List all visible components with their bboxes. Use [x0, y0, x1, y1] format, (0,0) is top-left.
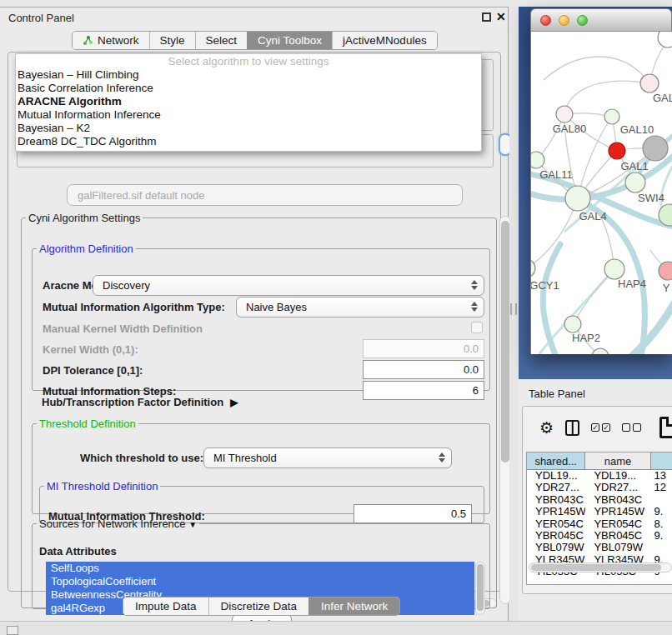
node-gal10[interactable]	[643, 136, 668, 161]
tab-infer-network[interactable]: Infer Network	[308, 598, 399, 615]
thick-edges	[531, 132, 672, 354]
close-icon[interactable]: ✕	[496, 10, 506, 23]
column-header[interactable]	[651, 452, 672, 469]
scrollbar-thumb[interactable]	[477, 564, 484, 611]
table-row[interactable]: YDR27...YDR27...12	[527, 482, 672, 493]
node-hap4[interactable]	[604, 259, 624, 279]
attributes-vertical-scrollbar[interactable]	[475, 562, 485, 615]
dropdown-item[interactable]: Bayesian – Hill Climbing	[16, 68, 481, 82]
dropdown-item[interactable]: Dream8 DC_TDC Algorithm	[16, 135, 481, 148]
node-bottom-partial[interactable]	[592, 348, 609, 354]
column-header[interactable]: shared...	[527, 452, 585, 469]
close-traffic-light-icon[interactable]	[540, 15, 551, 26]
node-pink-top[interactable]	[640, 74, 659, 92]
mi-type-combo[interactable]: Naive Bayes	[236, 297, 484, 318]
top-frame-strip	[509, 0, 672, 7]
group-title: Threshold Definition	[37, 418, 138, 430]
table-cell: 9.	[651, 530, 672, 542]
network-window-titlebar[interactable]	[530, 8, 672, 32]
float-window-icon[interactable]	[482, 12, 491, 22]
column-header[interactable]: name	[585, 452, 650, 469]
hub-definition-toggle[interactable]: Hub/Transcription Factor Definition▶	[42, 396, 238, 408]
table-cell: 8.	[651, 518, 672, 530]
node-salmon[interactable]	[659, 262, 672, 280]
table-row[interactable]: YER054CYER054C8.	[527, 518, 672, 530]
table-horizontal-scrollbar[interactable]	[529, 562, 672, 572]
dropdown-item[interactable]: ARACNE Algorithm	[16, 95, 481, 108]
gear-icon[interactable]: ⚙	[539, 418, 554, 438]
table-row[interactable]: YBL079WYBL079W	[527, 542, 672, 553]
node-gal11-label: GAL11	[539, 168, 573, 181]
network-canvas[interactable]: GALGAL80GAL10GAL1GAL11GAL4SWI4GCY1HAP4YH…	[530, 32, 672, 354]
node-green-small[interactable]	[604, 109, 619, 124]
splitter-handle[interactable]	[510, 303, 517, 315]
manual-kernel-checkbox[interactable]	[471, 322, 483, 333]
dropdown-item[interactable]: Bayesian – K2	[16, 122, 481, 135]
attribute-item[interactable]: SelfLoops	[46, 562, 474, 575]
collapse-down-icon[interactable]: ▼	[188, 520, 197, 529]
tab-impute-data[interactable]: Impute Data	[123, 598, 208, 615]
network-selector-combo[interactable]: galFiltered.sif default node	[67, 184, 463, 206]
scrollbar-thumb[interactable]	[531, 564, 661, 571]
node-hap4-label: HAP4	[618, 278, 646, 290]
table-row[interactable]: YPR145WYPR145W9.	[527, 506, 672, 518]
tab-discretize-data[interactable]: Discretize Data	[208, 598, 309, 615]
which-threshold-value: MI Threshold	[213, 452, 277, 464]
table-row[interactable]: YDL19...YDL19...13	[527, 470, 672, 482]
attribute-item[interactable]: TopologicalCoefficient	[46, 575, 474, 588]
table-cell: YER054C	[585, 518, 650, 530]
node-gal4[interactable]	[565, 186, 590, 211]
minimize-traffic-light-icon[interactable]	[559, 15, 569, 26]
table-cell: YBR043C	[585, 494, 650, 506]
bottom-frame-strip	[0, 621, 672, 635]
group-title: Algorithm Definition	[37, 242, 136, 255]
table-cell: 13	[651, 470, 672, 482]
mi-steps-field[interactable]: 6	[363, 381, 484, 400]
which-threshold-combo[interactable]: MI Threshold	[203, 448, 452, 468]
node-partial-top[interactable]	[658, 32, 672, 48]
tab-select[interactable]: Select	[195, 32, 248, 49]
scrollbar-thumb[interactable]	[501, 221, 509, 462]
dropdown-item[interactable]: Mutual Information Inference	[16, 108, 481, 122]
network-view-window[interactable]: GALGAL80GAL10GAL1GAL11GAL4SWI4GCY1HAP4YH…	[530, 8, 672, 354]
tab-jactivemnodules[interactable]: jActiveMNodules	[332, 32, 437, 49]
table-header-row: shared...name	[527, 452, 672, 470]
table-cell: YBR045C	[527, 530, 585, 542]
node-gal11[interactable]	[531, 152, 544, 168]
dpi-tolerance-label: DPI Tolerance [0,1]:	[43, 364, 143, 377]
mi-type-label: Mutual Information Algorithm Type:	[43, 301, 225, 313]
deselect-all-icon[interactable]	[622, 423, 641, 432]
node-gal1[interactable]	[625, 172, 645, 192]
node-hap2-label: HAP2	[572, 332, 600, 344]
manual-kernel-label: Manual Kernel Width Definition	[43, 322, 203, 335]
combo-arrows-icon	[471, 302, 478, 312]
tab-cyni-toolbox[interactable]: Cyni Toolbox	[247, 32, 332, 49]
mi-type-value: Naive Bayes	[246, 301, 307, 313]
control-panel-title: Control Panel	[8, 12, 74, 24]
dropdown-item[interactable]: Basic Correlation Inference	[16, 82, 481, 95]
split-pane-icon[interactable]	[565, 420, 579, 436]
tab-label: Select	[206, 34, 238, 47]
kernel-width-field[interactable]: 0.0	[363, 339, 484, 358]
dpi-tolerance-field[interactable]: 0.0	[363, 360, 484, 379]
node-red[interactable]	[609, 142, 625, 159]
table-row[interactable]: YBR045CYBR045C9.	[527, 530, 672, 542]
table-panel-box: ⚙ ✓✓ shared...name YDL19...YDL19...13YDR…	[522, 406, 672, 594]
aracne-mode-combo[interactable]: Discovery	[93, 275, 484, 296]
table-panel-title: Table Panel	[529, 388, 585, 400]
table-cell: YDL19...	[527, 470, 585, 482]
tab-label: Style	[160, 34, 185, 47]
node-hap2[interactable]	[564, 316, 581, 332]
tab-network[interactable]: Network	[73, 32, 149, 49]
zoom-traffic-light-icon[interactable]	[577, 15, 588, 26]
tab-style[interactable]: Style	[149, 32, 195, 49]
node-gal80[interactable]	[556, 106, 573, 122]
table-row[interactable]: YBR043CYBR043C	[527, 494, 672, 506]
data-attributes-label: Data Attributes	[39, 545, 117, 558]
screen: Control Panel ✕ NetworkStyleSelectCyni T…	[0, 0, 672, 635]
select-all-icon[interactable]: ✓✓	[591, 423, 610, 432]
sources-title: Sources for Network Inference	[39, 518, 186, 530]
node-table[interactable]: shared...name YDL19...YDL19...13YDR27...…	[526, 452, 672, 585]
file-icon[interactable]	[659, 417, 672, 438]
mini-panel-icon[interactable]	[7, 626, 18, 635]
